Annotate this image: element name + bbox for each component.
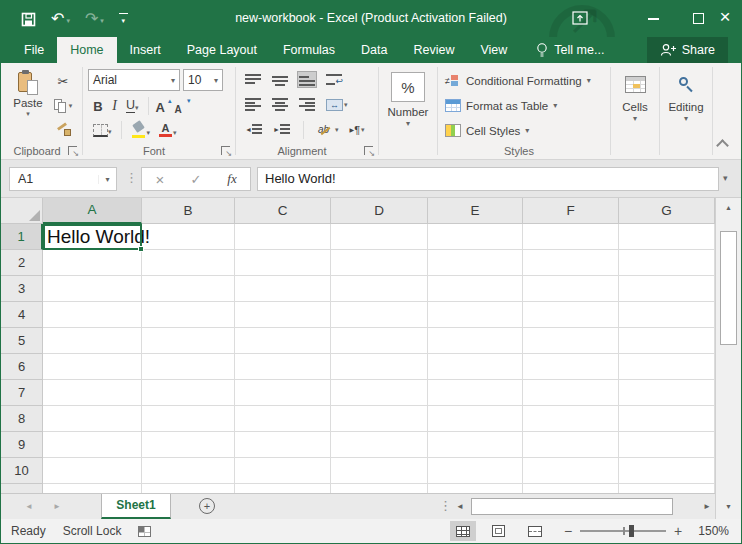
cell-G9[interactable] (619, 432, 715, 458)
tab-page-layout[interactable]: Page Layout (174, 37, 270, 63)
cell-B1[interactable] (142, 224, 235, 250)
increase-indent-button[interactable]: ► (271, 121, 292, 138)
close-button[interactable]: × (715, 6, 735, 28)
cells-dropdown-icon[interactable]: ▾ (633, 114, 637, 123)
name-box-dropdown-icon[interactable]: ▾ (98, 175, 116, 184)
cell-C7[interactable] (235, 380, 331, 406)
cell-D5[interactable] (331, 328, 428, 354)
column-header-A[interactable]: A (43, 198, 142, 224)
maximize-button[interactable] (693, 13, 704, 24)
cell-B5[interactable] (142, 328, 235, 354)
wrap-text-button[interactable]: ↩ (324, 71, 344, 88)
share-button[interactable]: Share (647, 37, 728, 63)
zoom-in-button[interactable]: + (674, 523, 682, 539)
cell-E7[interactable] (428, 380, 523, 406)
cell-E2[interactable] (428, 250, 523, 276)
vscroll-up-arrow[interactable]: ▲ (716, 200, 741, 216)
cell-F7[interactable] (523, 380, 619, 406)
align-right-button[interactable] (297, 96, 317, 113)
cell-B4[interactable] (142, 302, 235, 328)
previous-sheet-button[interactable]: ◄ (21, 494, 37, 519)
cell-B8[interactable] (142, 406, 235, 432)
new-sheet-button[interactable]: + (199, 498, 215, 514)
row-header-9[interactable]: 9 (1, 432, 43, 458)
vscroll-down-arrow[interactable]: ▼ (716, 499, 741, 515)
borders-dropdown-icon[interactable]: ▾ (108, 127, 112, 137)
cell-A6[interactable] (43, 354, 142, 380)
cell-G10[interactable] (619, 458, 715, 484)
italic-button[interactable]: I (108, 98, 121, 114)
vscroll-thumb[interactable] (720, 231, 737, 345)
row-header-5[interactable]: 5 (1, 328, 43, 354)
formula-bar-splitter[interactable]: ⋮ (125, 170, 138, 185)
insert-function-button[interactable]: fx (214, 171, 250, 187)
sheetbar-splitter[interactable]: ⋮ (439, 498, 452, 513)
cell-F8[interactable] (523, 406, 619, 432)
cell-D6[interactable] (331, 354, 428, 380)
cell-F3[interactable] (523, 276, 619, 302)
cell-E9[interactable] (428, 432, 523, 458)
cell-E8[interactable] (428, 406, 523, 432)
font-family-dropdown-icon[interactable]: ▾ (168, 76, 175, 85)
column-header-G[interactable]: G (619, 198, 715, 224)
cell-D10[interactable] (331, 458, 428, 484)
cell-C3[interactable] (235, 276, 331, 302)
copy-dropdown-icon[interactable]: ▾ (69, 101, 73, 111)
tab-review[interactable]: Review (400, 37, 467, 63)
page-break-preview-button[interactable] (522, 521, 548, 541)
decrease-indent-button[interactable]: ◄ (243, 121, 264, 138)
align-bottom-button[interactable] (297, 71, 317, 88)
cell-styles-button[interactable]: Cell Styles ▾ (441, 118, 607, 143)
cell-C10[interactable] (235, 458, 331, 484)
tell-me-box[interactable]: Tell me... (536, 37, 604, 63)
cell-G4[interactable] (619, 302, 715, 328)
number-group-button-label[interactable]: Number (388, 106, 429, 118)
font-size-combobox[interactable]: 10 ▾ (183, 69, 223, 91)
cell-C4[interactable] (235, 302, 331, 328)
font-color-dropdown-icon[interactable]: ▾ (173, 128, 177, 138)
cell-D9[interactable] (331, 432, 428, 458)
cell-E6[interactable] (428, 354, 523, 380)
cell-B9[interactable] (142, 432, 235, 458)
cell-F5[interactable] (523, 328, 619, 354)
sheet-tab-sheet1[interactable]: Sheet1 (101, 494, 171, 519)
cell-F2[interactable] (523, 250, 619, 276)
cell-G2[interactable] (619, 250, 715, 276)
tab-view[interactable]: View (467, 37, 520, 63)
cell-D2[interactable] (331, 250, 428, 276)
cell-A4[interactable] (43, 302, 142, 328)
cell-E10[interactable] (428, 458, 523, 484)
tab-file[interactable]: File (11, 37, 57, 63)
cell-A5[interactable] (43, 328, 142, 354)
cell-D7[interactable] (331, 380, 428, 406)
cell-F11[interactable] (523, 484, 619, 493)
cell-F1[interactable] (523, 224, 619, 250)
cell-G3[interactable] (619, 276, 715, 302)
percent-style-button[interactable]: % (391, 72, 425, 102)
expand-formula-bar-icon[interactable]: ▾ (723, 173, 728, 183)
column-header-E[interactable]: E (428, 198, 523, 224)
cell-C11[interactable] (235, 484, 331, 493)
minimize-button[interactable] (648, 10, 660, 24)
cut-button[interactable]: ✂ (51, 71, 75, 92)
column-header-F[interactable]: F (523, 198, 619, 224)
clipboard-dialog-launcher[interactable]: ↘ (68, 146, 77, 155)
formula-input[interactable]: Hello World! (257, 167, 719, 191)
cell-B10[interactable] (142, 458, 235, 484)
zoom-slider-thumb[interactable] (629, 525, 634, 537)
cell-B3[interactable] (142, 276, 235, 302)
cell-A2[interactable] (43, 250, 142, 276)
font-family-combobox[interactable]: Arial ▾ (88, 69, 180, 91)
cell-G7[interactable] (619, 380, 715, 406)
row-header-7[interactable]: 7 (1, 380, 43, 406)
cell-C2[interactable] (235, 250, 331, 276)
tab-formulas[interactable]: Formulas (270, 37, 348, 63)
cell-A1[interactable] (43, 224, 142, 250)
cell-E11[interactable] (428, 484, 523, 493)
cell-G11[interactable] (619, 484, 715, 493)
row-header-2[interactable]: 2 (1, 250, 43, 276)
select-all-corner[interactable] (1, 198, 43, 224)
borders-button[interactable]: ▾ (90, 124, 115, 137)
normal-view-button[interactable] (450, 521, 476, 541)
cell-F10[interactable] (523, 458, 619, 484)
